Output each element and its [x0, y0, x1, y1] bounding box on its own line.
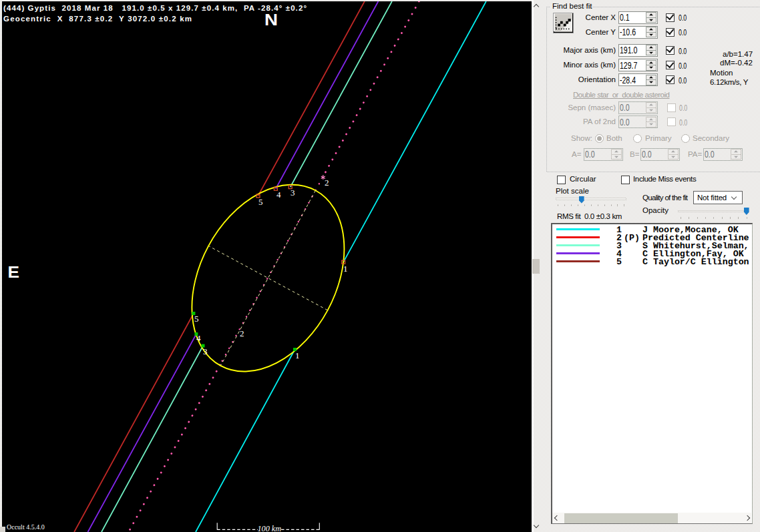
svg-text:3: 3	[291, 188, 295, 198]
svg-text:E: E	[8, 264, 20, 281]
svg-text:N: N	[264, 11, 278, 29]
svg-text:5: 5	[616, 257, 622, 267]
svg-text:C Taylor/C Ellington: C Taylor/C Ellington	[642, 257, 749, 267]
svg-text:4: 4	[196, 333, 201, 343]
svg-text:1: 1	[295, 350, 300, 360]
svg-text:2: 2	[240, 328, 244, 338]
svg-text:(444) Gyptis 2018 Mar 18 19: (444) Gyptis 2018 Mar 18 191.0 ±0.5 x 12…	[3, 4, 307, 12]
svg-text:100 km: 100 km	[258, 524, 282, 532]
svg-text:5: 5	[258, 197, 263, 207]
svg-text:Geocentric X 877.3 ±0.2 Y 3: Geocentric X 877.3 ±0.2 Y 3072.0 ±0.2 km	[3, 15, 192, 23]
svg-text:Occult 4.5.4.0: Occult 4.5.4.0	[7, 523, 45, 531]
svg-text:2: 2	[325, 178, 329, 188]
svg-text:5: 5	[194, 314, 199, 324]
svg-text:1: 1	[343, 264, 348, 274]
svg-text:4: 4	[276, 190, 281, 200]
svg-text:3: 3	[203, 346, 208, 356]
svg-text:(P): (P)	[624, 233, 640, 243]
